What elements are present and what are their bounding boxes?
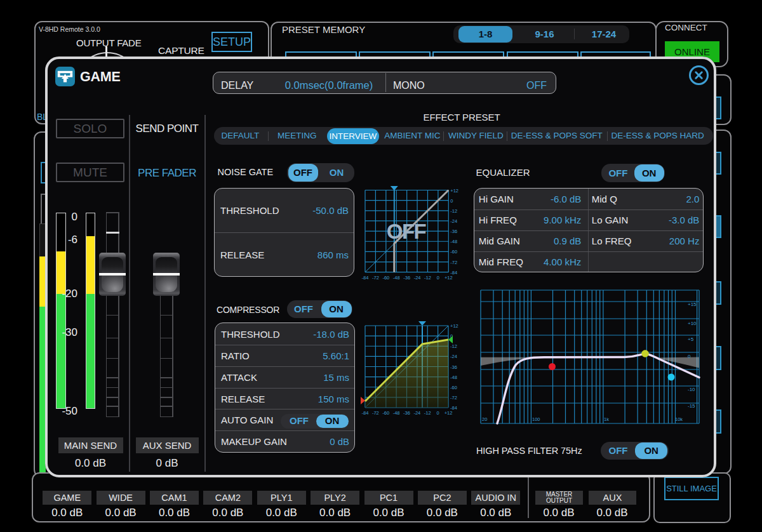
svg-text:-24: -24 xyxy=(450,218,457,224)
svg-text:0: 0 xyxy=(437,410,439,416)
svg-text:+10: +10 xyxy=(688,321,697,326)
svg-text:-12: -12 xyxy=(424,275,431,281)
svg-text:-48: -48 xyxy=(450,375,457,380)
svg-text:-12: -12 xyxy=(450,343,457,349)
svg-text:-36: -36 xyxy=(450,364,457,370)
svg-text:+5: +5 xyxy=(688,336,694,342)
svg-text:OFF: OFF xyxy=(387,220,426,243)
svg-text:-84: -84 xyxy=(450,270,457,276)
svg-text:-36: -36 xyxy=(403,275,410,281)
svg-text:0: 0 xyxy=(437,275,439,281)
svg-text:-24: -24 xyxy=(413,410,420,416)
svg-text:-36: -36 xyxy=(403,410,410,416)
svg-text:-60: -60 xyxy=(382,410,389,416)
svg-text:-24: -24 xyxy=(450,354,457,359)
svg-text:-72: -72 xyxy=(372,275,379,281)
svg-text:-24: -24 xyxy=(414,275,421,281)
svg-text:-48: -48 xyxy=(450,239,457,244)
svg-text:+12: +12 xyxy=(444,410,453,416)
svg-text:-15: -15 xyxy=(688,403,695,409)
svg-text:100: 100 xyxy=(532,416,540,422)
svg-text:-36: -36 xyxy=(450,229,457,234)
svg-text:-60: -60 xyxy=(450,249,457,255)
svg-text:+12: +12 xyxy=(444,275,453,281)
svg-text:-72: -72 xyxy=(372,410,379,416)
svg-text:-84: -84 xyxy=(362,275,369,281)
svg-text:-72: -72 xyxy=(450,395,457,401)
svg-text:-48: -48 xyxy=(393,410,400,416)
svg-text:10k: 10k xyxy=(675,416,683,422)
svg-text:-60: -60 xyxy=(450,385,457,390)
svg-text:20: 20 xyxy=(482,416,487,422)
svg-text:+15: +15 xyxy=(688,302,697,307)
svg-text:-12: -12 xyxy=(450,208,457,214)
svg-text:-60: -60 xyxy=(382,275,389,281)
svg-text:-84: -84 xyxy=(450,405,457,411)
svg-text:-12: -12 xyxy=(424,410,431,416)
svg-text:-10: -10 xyxy=(688,387,695,392)
svg-text:-48: -48 xyxy=(393,275,400,281)
svg-text:+12: +12 xyxy=(450,323,458,329)
svg-text:+12: +12 xyxy=(450,188,458,194)
svg-text:0: 0 xyxy=(450,198,453,204)
svg-text:-84: -84 xyxy=(362,410,369,416)
svg-text:-72: -72 xyxy=(450,260,457,265)
svg-text:1k: 1k xyxy=(604,416,609,422)
svg-text:0: 0 xyxy=(688,354,691,359)
